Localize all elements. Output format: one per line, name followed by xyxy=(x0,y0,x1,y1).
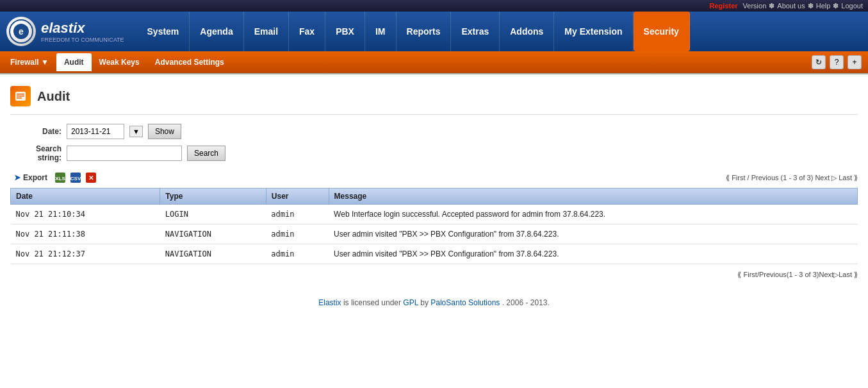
footer-licensed: is licensed under xyxy=(343,298,403,307)
register-link[interactable]: Register xyxy=(710,2,738,10)
refresh-icon[interactable]: ↻ xyxy=(812,55,826,69)
cell-type: NAVIGATION xyxy=(160,244,266,264)
svg-text:✕: ✕ xyxy=(88,174,94,181)
next-link-top[interactable]: Next xyxy=(815,174,830,181)
cell-date: Nov 21 21:10:34 xyxy=(11,205,160,224)
cell-type: NAVIGATION xyxy=(160,224,266,244)
delete-icon[interactable]: ✕ xyxy=(85,171,97,184)
search-row: Searchstring: Search xyxy=(10,144,858,162)
sub-nav: Firewall ▼AuditWeak KeysAdvanced Setting… xyxy=(0,51,868,74)
cell-user: admin xyxy=(266,224,329,244)
svg-rect-4 xyxy=(17,94,24,95)
previous-link-top[interactable]: Previous xyxy=(751,174,779,181)
logo-icon: e xyxy=(6,17,36,46)
next-link-bottom[interactable]: Next xyxy=(819,271,834,279)
header: e elastix FREEDOM TO COMMUNICATE SystemA… xyxy=(0,12,868,51)
svg-text:e: e xyxy=(19,26,24,37)
top-bar: Register Version ✽ About us ✽ Help ✽ Log… xyxy=(0,0,868,12)
cell-date: Nov 21 21:11:38 xyxy=(11,224,160,244)
search-label: Searchstring: xyxy=(10,144,61,162)
export-label: Export xyxy=(23,173,47,182)
table-body: Nov 21 21:10:34LOGINadminWeb Interface l… xyxy=(11,205,858,264)
col-type: Type xyxy=(160,189,266,205)
nav-item-fax[interactable]: Fax xyxy=(289,12,325,51)
logo-text-area: elastix FREEDOM TO COMMUNICATE xyxy=(41,20,124,43)
subnav-item-firewall[interactable]: Firewall ▼ xyxy=(3,53,56,71)
search-input[interactable] xyxy=(67,146,182,161)
cell-message: User admin visited "PBX >> PBX Configura… xyxy=(329,224,857,244)
nav-item-system[interactable]: System xyxy=(137,12,190,51)
logout-link[interactable]: Logout xyxy=(841,2,863,10)
sub-nav-right: ↻?+ xyxy=(812,55,865,69)
palosanto-link[interactable]: PaloSanto Solutions xyxy=(430,298,500,307)
nav-item-extras[interactable]: Extras xyxy=(451,12,500,51)
nav-item-my-extension[interactable]: My Extension xyxy=(554,12,633,51)
search-button[interactable]: Search xyxy=(187,146,225,161)
pagination-info-bottom: (1 - 3 of 3) xyxy=(787,271,819,279)
audit-table: Date Type User Message Nov 21 21:10:34LO… xyxy=(10,188,858,264)
footer: Elastix is licensed under GPL by PaloSan… xyxy=(0,288,868,317)
nav-item-email[interactable]: Email xyxy=(244,12,289,51)
table-header: Date Type User Message xyxy=(11,189,858,205)
svg-text:CSV: CSV xyxy=(70,176,81,181)
table-row: Nov 21 21:12:37NAVIGATIONadminUser admin… xyxy=(11,244,858,264)
nav-item-reports[interactable]: Reports xyxy=(397,12,452,51)
export-button[interactable]: ➤ Export xyxy=(10,172,51,183)
cell-type: LOGIN xyxy=(160,205,266,224)
help-link[interactable]: Help xyxy=(816,2,831,10)
cell-user: admin xyxy=(266,205,329,224)
col-user: User xyxy=(266,189,329,205)
cell-user: admin xyxy=(266,244,329,264)
elastix-footer-link[interactable]: Elastix xyxy=(318,298,341,307)
nav-item-pbx[interactable]: PBX xyxy=(325,12,365,51)
cell-date: Nov 21 21:12:37 xyxy=(11,244,160,264)
main-nav: SystemAgendaEmailFaxPBXIMReportsExtrasAd… xyxy=(137,12,862,51)
first-link-top[interactable]: ⟪ First xyxy=(726,174,745,181)
footer-by: by xyxy=(420,298,430,307)
col-date: Date xyxy=(11,189,160,205)
page-content: Audit Date: ▼ Show Searchstring: Search … xyxy=(0,74,868,288)
page-icon xyxy=(10,86,31,106)
nav-item-addons[interactable]: Addons xyxy=(500,12,554,51)
previous-link-bottom[interactable]: Previous xyxy=(759,271,787,279)
logo-wordmark: elastix xyxy=(41,20,85,36)
svg-text:XLS: XLS xyxy=(55,176,65,181)
about-us-link[interactable]: About us xyxy=(777,2,805,10)
date-row: Date: ▼ Show xyxy=(10,124,858,139)
export-csv-icon[interactable]: CSV xyxy=(69,171,82,184)
table-row: Nov 21 21:11:38NAVIGATIONadminUser admin… xyxy=(11,224,858,244)
date-dropdown-btn[interactable]: ▼ xyxy=(129,126,143,137)
subnav-item-audit[interactable]: Audit xyxy=(56,53,92,71)
logo: e elastix FREEDOM TO COMMUNICATE xyxy=(6,17,124,46)
help-icon[interactable]: ? xyxy=(830,55,844,69)
date-label: Date: xyxy=(10,127,61,136)
nav-item-security[interactable]: Security xyxy=(634,12,690,51)
export-xls-icon[interactable]: XLS xyxy=(54,171,67,184)
pagination-info-top: (1 - 3 of 3) xyxy=(781,174,815,181)
last-link-top[interactable]: Last ⟫ xyxy=(839,174,858,181)
col-message: Message xyxy=(329,189,857,205)
page-header: Audit xyxy=(10,81,858,115)
last-link-bottom[interactable]: Last ⟫ xyxy=(839,271,858,279)
subnav-item-weak-keys[interactable]: Weak Keys xyxy=(92,53,147,71)
nav-item-agenda[interactable]: Agenda xyxy=(190,12,243,51)
nav-item-im[interactable]: IM xyxy=(365,12,397,51)
svg-rect-5 xyxy=(17,96,24,97)
gpl-link[interactable]: GPL xyxy=(403,298,418,307)
cell-message: Web Interface login successful. Accepted… xyxy=(329,205,857,224)
show-button[interactable]: Show xyxy=(148,124,181,139)
form-area: Date: ▼ Show Searchstring: Search xyxy=(10,124,858,162)
version-label: Version xyxy=(743,2,767,10)
toolbar-left: ➤ Export XLS CSV ✕ xyxy=(10,171,97,184)
cell-message: User admin visited "PBX >> PBX Configura… xyxy=(329,244,857,264)
table-header-row: Date Type User Message xyxy=(11,189,858,205)
svg-rect-6 xyxy=(17,97,22,99)
add-icon[interactable]: + xyxy=(848,55,862,69)
date-input[interactable] xyxy=(67,124,124,139)
toolbar: ➤ Export XLS CSV ✕ ⟪ First / Previous (1… xyxy=(10,171,858,184)
page-title: Audit xyxy=(37,89,70,104)
export-arrow-icon: ➤ xyxy=(14,173,20,182)
pagination-top: ⟪ First / Previous (1 - 3 of 3) Next ▷ L… xyxy=(726,174,858,182)
subnav-item-advanced-settings[interactable]: Advanced Settings xyxy=(147,53,232,71)
first-link-bottom[interactable]: ⟪ First xyxy=(737,271,757,279)
